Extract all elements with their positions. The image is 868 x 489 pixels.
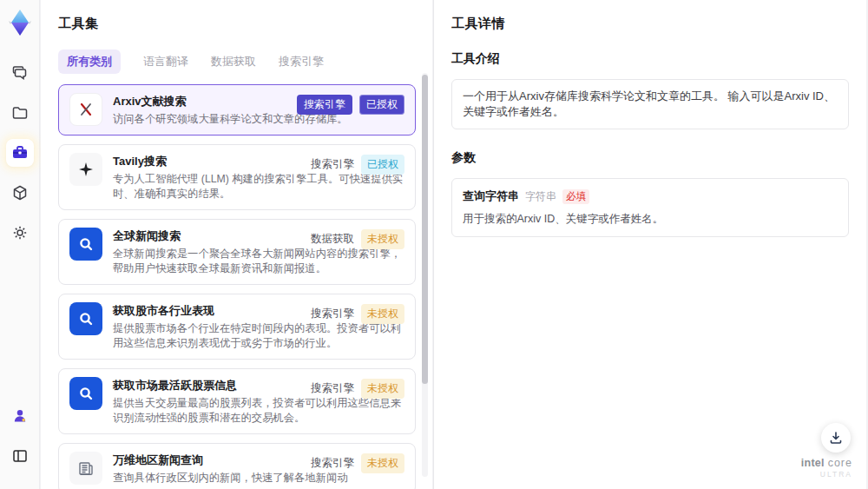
nav-rail (0, 0, 40, 489)
arxiv-logo-icon (69, 93, 102, 126)
gear-icon (11, 224, 29, 241)
intro-heading: 工具介绍 (451, 51, 849, 67)
param-required-badge: 必填 (562, 189, 589, 204)
tool-card-sector-performance[interactable]: 获取股市各行业表现 提供股票市场各个行业在特定时间段内的表现。投资者可以利用这些… (58, 294, 416, 360)
download-icon (828, 430, 844, 446)
folder-icon (11, 104, 29, 122)
param-name: 查询字符串 (463, 188, 519, 204)
tool-description: 提供当天交易量最高的股票列表，投资者可以利用这些信息来识别流动性强的股票和潜在的… (113, 396, 404, 426)
category-label: 搜索引擎 (311, 381, 354, 396)
category-badge: 搜索引擎 (297, 95, 352, 115)
stock-search-icon (69, 302, 102, 335)
tool-description: 专为人工智能代理 (LLM) 构建的搜索引擎工具。可快速提供实时、准确和真实的结… (113, 172, 404, 202)
tab-data-fetch[interactable]: 数据获取 (211, 50, 256, 74)
auth-status-badge: 已授权 (361, 155, 404, 175)
toolbox-icon (10, 143, 30, 162)
auth-status-badge: 未授权 (361, 229, 404, 249)
detail-title: 工具详情 (451, 16, 849, 32)
stock-search-icon (69, 377, 102, 410)
auth-status-badge: 未授权 (361, 379, 404, 399)
auth-status-badge: 未授权 (361, 453, 404, 473)
sidebar-item-files[interactable] (6, 99, 34, 127)
auth-status-badge: 未授权 (361, 304, 404, 324)
sidebar-item-user[interactable] (6, 402, 34, 430)
brand-intel: intel (801, 457, 825, 469)
collapse-sidebar-icon (11, 447, 29, 465)
tool-card-global-news[interactable]: 全球新闻搜索 全球新闻搜索是一个聚合全球各大新闻网站内容的搜索引擎，帮助用户快速… (58, 219, 416, 285)
tool-intro-text: 一个用于从Arxiv存储库搜索科学论文和文章的工具。 输入可以是Arxiv ID… (451, 79, 849, 129)
brand-core: core (828, 457, 852, 469)
package-icon (11, 184, 29, 202)
param-type: 字符串 (525, 189, 556, 204)
tool-list: Arxiv文献搜索 访问各个研究领域大量科学论文和文章的存储库。 搜索引擎 已授… (58, 84, 416, 489)
sidebar-item-chat[interactable] (6, 59, 34, 87)
tool-list-scrollbar-thumb[interactable] (422, 75, 428, 384)
intel-core-logo: intel core ultra (801, 458, 852, 480)
tool-description: 全球新闻搜索是一个聚合全球各大新闻网站内容的搜索引擎，帮助用户快速获取全球最新资… (113, 247, 404, 276)
sparkle-icon (69, 153, 102, 186)
tool-card-tavily[interactable]: Tavily搜索 专为人工智能代理 (LLM) 构建的搜索引擎工具。可快速提供实… (58, 144, 416, 210)
newspaper-icon (69, 452, 102, 485)
sidebar-item-packages[interactable] (6, 179, 34, 207)
tab-language-translation[interactable]: 语言翻译 (143, 50, 188, 74)
tool-detail-panel: 工具详情 工具介绍 一个用于从Arxiv存储库搜索科学论文和文章的工具。 输入可… (433, 0, 866, 489)
sidebar-item-collapse[interactable] (6, 442, 34, 470)
app-logo (8, 9, 32, 36)
auth-status-badge: 已授权 (359, 95, 404, 115)
params-heading: 参数 (451, 150, 849, 166)
user-icon (11, 407, 29, 425)
category-label: 搜索引擎 (311, 157, 354, 172)
brand-ultra: ultra (801, 469, 852, 480)
param-card: 查询字符串 字符串 必填 用于搜索的Arxiv ID、关键字或作者姓名。 (451, 178, 849, 237)
app-window: 工具集 所有类别 语言翻译 数据获取 搜索引擎 Arxiv文献搜索 访问各个研究… (0, 0, 868, 489)
tab-all-categories[interactable]: 所有类别 (58, 50, 121, 74)
tool-card-arxiv[interactable]: Arxiv文献搜索 访问各个研究领域大量科学论文和文章的存储库。 搜索引擎 已授… (58, 84, 416, 135)
sidebar-item-settings[interactable] (6, 219, 34, 247)
category-label: 搜索引擎 (311, 307, 354, 321)
tool-description: 提供股票市场各个行业在特定时间段内的表现。投资者可以利用这些信息来识别表现优于或… (113, 321, 404, 351)
download-button[interactable] (821, 423, 851, 453)
category-tabs: 所有类别 语言翻译 数据获取 搜索引擎 (58, 50, 432, 74)
category-label: 搜索引擎 (311, 456, 354, 471)
page-title: 工具集 (58, 16, 432, 32)
tab-search-engine[interactable]: 搜索引擎 (279, 50, 324, 74)
tool-list-panel: 工具集 所有类别 语言翻译 数据获取 搜索引擎 Arxiv文献搜索 访问各个研究… (41, 0, 432, 489)
param-description: 用于搜索的Arxiv ID、关键字或作者姓名。 (463, 212, 838, 227)
sidebar-item-toolbox[interactable] (6, 139, 34, 167)
tool-card-most-active-stocks[interactable]: 获取市场最活跃股票信息 提供当天交易量最高的股票列表，投资者可以利用这些信息来识… (58, 368, 416, 434)
category-label: 数据获取 (311, 232, 354, 247)
tool-card-regional-news[interactable]: 万维地区新闻查询 查询具体行政区划内的新闻，快速了解各地新闻动 搜索引擎 未授权 (58, 443, 416, 489)
tool-list-scrollbar-track[interactable] (422, 73, 428, 477)
chat-icon (11, 64, 29, 82)
news-search-icon (69, 228, 102, 261)
